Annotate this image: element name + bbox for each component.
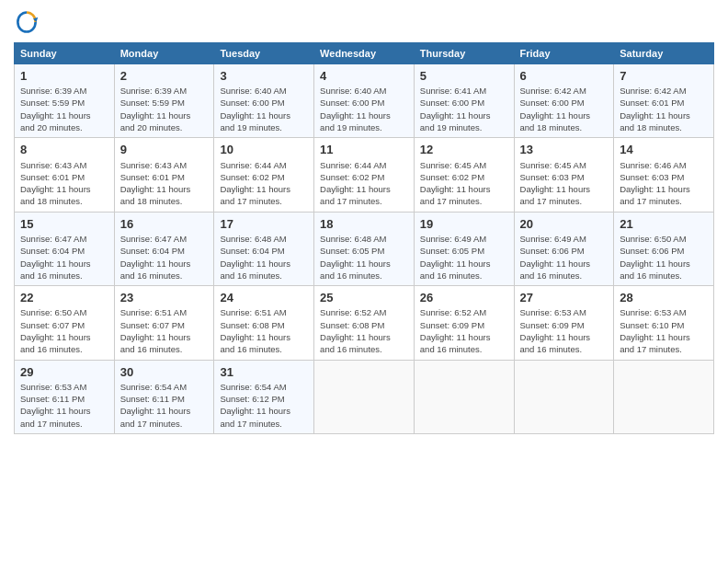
calendar-week-1: 1Sunrise: 6:39 AM Sunset: 5:59 PM Daylig…: [15, 64, 714, 138]
calendar-cell: 2Sunrise: 6:39 AM Sunset: 5:59 PM Daylig…: [114, 64, 214, 138]
calendar-cell: [614, 360, 714, 433]
calendar-cell: 3Sunrise: 6:40 AM Sunset: 6:00 PM Daylig…: [214, 64, 314, 138]
day-number: 10: [220, 142, 308, 158]
day-info: Sunrise: 6:45 AM Sunset: 6:02 PM Dayligh…: [420, 159, 508, 208]
day-number: 24: [220, 290, 308, 306]
day-number: 7: [620, 68, 708, 85]
day-number: 2: [120, 68, 209, 85]
day-info: Sunrise: 6:53 AM Sunset: 6:10 PM Dayligh…: [620, 306, 708, 355]
calendar-cell: 28Sunrise: 6:53 AM Sunset: 6:10 PM Dayli…: [614, 286, 714, 360]
day-info: Sunrise: 6:49 AM Sunset: 6:06 PM Dayligh…: [520, 233, 609, 282]
calendar-cell: 4Sunrise: 6:40 AM Sunset: 6:00 PM Daylig…: [314, 64, 415, 138]
day-number: 31: [220, 364, 308, 381]
day-info: Sunrise: 6:39 AM Sunset: 5:59 PM Dayligh…: [120, 85, 209, 133]
calendar-cell: 1Sunrise: 6:39 AM Sunset: 5:59 PM Daylig…: [15, 64, 115, 138]
day-info: Sunrise: 6:49 AM Sunset: 6:05 PM Dayligh…: [420, 233, 508, 282]
calendar-cell: 12Sunrise: 6:45 AM Sunset: 6:02 PM Dayli…: [414, 138, 514, 212]
calendar-cell: [414, 360, 514, 433]
calendar-table: SundayMondayTuesdayWednesdayThursdayFrid…: [14, 42, 714, 434]
day-number: 3: [220, 68, 308, 85]
calendar-cell: 21Sunrise: 6:50 AM Sunset: 6:06 PM Dayli…: [614, 212, 714, 285]
calendar-cell: 15Sunrise: 6:47 AM Sunset: 6:04 PM Dayli…: [15, 212, 115, 285]
day-number: 25: [320, 290, 408, 306]
logo-icon: [14, 9, 40, 35]
calendar-cell: 20Sunrise: 6:49 AM Sunset: 6:06 PM Dayli…: [514, 212, 614, 285]
calendar-cell: 22Sunrise: 6:50 AM Sunset: 6:07 PM Dayli…: [15, 286, 115, 360]
day-info: Sunrise: 6:46 AM Sunset: 6:03 PM Dayligh…: [620, 159, 708, 208]
calendar-cell: 29Sunrise: 6:53 AM Sunset: 6:11 PM Dayli…: [15, 360, 115, 433]
day-header-tuesday: Tuesday: [214, 43, 314, 64]
day-info: Sunrise: 6:51 AM Sunset: 6:07 PM Dayligh…: [120, 306, 209, 355]
day-info: Sunrise: 6:43 AM Sunset: 6:01 PM Dayligh…: [20, 159, 108, 208]
calendar-cell: 17Sunrise: 6:48 AM Sunset: 6:04 PM Dayli…: [214, 212, 314, 285]
day-info: Sunrise: 6:47 AM Sunset: 6:04 PM Dayligh…: [20, 233, 108, 282]
calendar-cell: 9Sunrise: 6:43 AM Sunset: 6:01 PM Daylig…: [114, 138, 214, 212]
page-container: SundayMondayTuesdayWednesdayThursdayFrid…: [0, 0, 728, 443]
calendar-cell: 19Sunrise: 6:49 AM Sunset: 6:05 PM Dayli…: [414, 212, 514, 285]
day-number: 27: [520, 290, 609, 306]
day-header-wednesday: Wednesday: [314, 43, 415, 64]
day-number: 11: [320, 142, 408, 158]
day-info: Sunrise: 6:54 AM Sunset: 6:11 PM Dayligh…: [120, 381, 209, 430]
day-info: Sunrise: 6:44 AM Sunset: 6:02 PM Dayligh…: [220, 159, 308, 208]
day-info: Sunrise: 6:51 AM Sunset: 6:08 PM Dayligh…: [220, 306, 308, 355]
calendar-cell: 11Sunrise: 6:44 AM Sunset: 6:02 PM Dayli…: [314, 138, 415, 212]
day-header-monday: Monday: [114, 43, 214, 64]
calendar-cell: 14Sunrise: 6:46 AM Sunset: 6:03 PM Dayli…: [614, 138, 714, 212]
day-number: 26: [420, 290, 508, 306]
day-info: Sunrise: 6:45 AM Sunset: 6:03 PM Dayligh…: [520, 159, 609, 208]
day-info: Sunrise: 6:44 AM Sunset: 6:02 PM Dayligh…: [320, 159, 408, 208]
day-header-sunday: Sunday: [15, 43, 115, 64]
calendar-cell: 5Sunrise: 6:41 AM Sunset: 6:00 PM Daylig…: [414, 64, 514, 138]
day-info: Sunrise: 6:40 AM Sunset: 6:00 PM Dayligh…: [220, 85, 308, 133]
logo: [14, 9, 43, 35]
day-number: 16: [120, 216, 209, 233]
header: [14, 9, 714, 35]
day-info: Sunrise: 6:50 AM Sunset: 6:07 PM Dayligh…: [20, 306, 108, 355]
day-number: 22: [20, 290, 108, 306]
day-info: Sunrise: 6:48 AM Sunset: 6:05 PM Dayligh…: [320, 233, 408, 282]
day-number: 12: [420, 142, 508, 158]
day-number: 5: [420, 68, 508, 85]
day-info: Sunrise: 6:54 AM Sunset: 6:12 PM Dayligh…: [220, 381, 308, 430]
day-info: Sunrise: 6:48 AM Sunset: 6:04 PM Dayligh…: [220, 233, 308, 282]
day-number: 13: [520, 142, 609, 158]
day-info: Sunrise: 6:53 AM Sunset: 6:09 PM Dayligh…: [520, 306, 609, 355]
day-number: 6: [520, 68, 609, 85]
calendar-week-4: 22Sunrise: 6:50 AM Sunset: 6:07 PM Dayli…: [15, 286, 714, 360]
calendar-week-5: 29Sunrise: 6:53 AM Sunset: 6:11 PM Dayli…: [15, 360, 714, 433]
day-number: 29: [20, 364, 108, 381]
day-header-friday: Friday: [514, 43, 614, 64]
day-info: Sunrise: 6:47 AM Sunset: 6:04 PM Dayligh…: [120, 233, 209, 282]
day-number: 23: [120, 290, 209, 306]
calendar-cell: 16Sunrise: 6:47 AM Sunset: 6:04 PM Dayli…: [114, 212, 214, 285]
calendar-cell: 31Sunrise: 6:54 AM Sunset: 6:12 PM Dayli…: [214, 360, 314, 433]
day-info: Sunrise: 6:41 AM Sunset: 6:00 PM Dayligh…: [420, 85, 508, 133]
day-info: Sunrise: 6:50 AM Sunset: 6:06 PM Dayligh…: [620, 233, 708, 282]
day-info: Sunrise: 6:42 AM Sunset: 6:01 PM Dayligh…: [620, 85, 708, 133]
day-number: 8: [20, 142, 108, 158]
day-header-thursday: Thursday: [414, 43, 514, 64]
day-info: Sunrise: 6:52 AM Sunset: 6:09 PM Dayligh…: [420, 306, 508, 355]
day-info: Sunrise: 6:39 AM Sunset: 5:59 PM Dayligh…: [20, 85, 108, 133]
calendar-cell: 6Sunrise: 6:42 AM Sunset: 6:00 PM Daylig…: [514, 64, 614, 138]
day-info: Sunrise: 6:43 AM Sunset: 6:01 PM Dayligh…: [120, 159, 209, 208]
day-header-saturday: Saturday: [614, 43, 714, 64]
calendar-cell: [314, 360, 415, 433]
calendar-week-3: 15Sunrise: 6:47 AM Sunset: 6:04 PM Dayli…: [15, 212, 714, 285]
calendar-cell: 10Sunrise: 6:44 AM Sunset: 6:02 PM Dayli…: [214, 138, 314, 212]
day-info: Sunrise: 6:52 AM Sunset: 6:08 PM Dayligh…: [320, 306, 408, 355]
day-info: Sunrise: 6:53 AM Sunset: 6:11 PM Dayligh…: [20, 381, 108, 430]
calendar-cell: [514, 360, 614, 433]
calendar-cell: 7Sunrise: 6:42 AM Sunset: 6:01 PM Daylig…: [614, 64, 714, 138]
calendar-cell: 13Sunrise: 6:45 AM Sunset: 6:03 PM Dayli…: [514, 138, 614, 212]
day-number: 20: [520, 216, 609, 233]
day-number: 18: [320, 216, 408, 233]
calendar-cell: 24Sunrise: 6:51 AM Sunset: 6:08 PM Dayli…: [214, 286, 314, 360]
header-row: SundayMondayTuesdayWednesdayThursdayFrid…: [15, 43, 714, 64]
calendar-cell: 30Sunrise: 6:54 AM Sunset: 6:11 PM Dayli…: [114, 360, 214, 433]
day-number: 14: [620, 142, 708, 158]
calendar-cell: 8Sunrise: 6:43 AM Sunset: 6:01 PM Daylig…: [15, 138, 115, 212]
day-number: 19: [420, 216, 508, 233]
calendar-week-2: 8Sunrise: 6:43 AM Sunset: 6:01 PM Daylig…: [15, 138, 714, 212]
